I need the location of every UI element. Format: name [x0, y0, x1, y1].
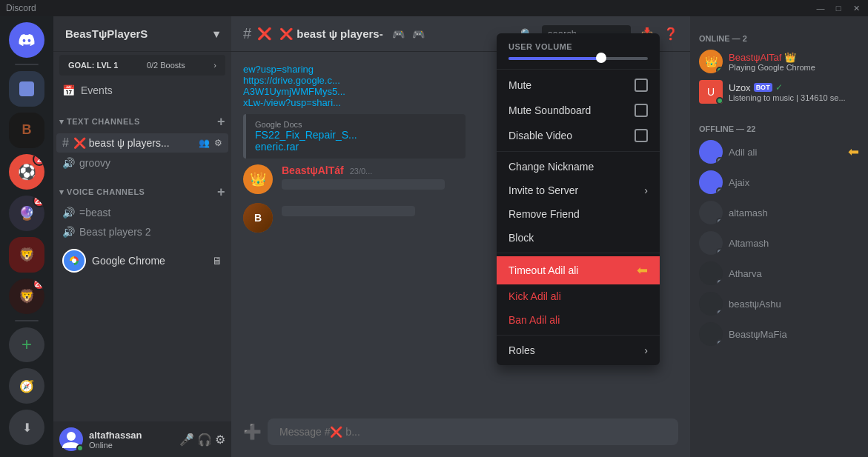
separator-3 [497, 253, 660, 253]
member-name-altamash2: Altamash [729, 238, 769, 249]
add-attachment-button[interactable]: ➕ [243, 423, 262, 441]
menu-item-change-nickname[interactable]: Change Nickname [497, 155, 660, 179]
member-status-uzox [716, 97, 723, 104]
user-area: altafhassan Online 🎤 🎧 ⚙ [53, 421, 231, 457]
menu-item-timeout[interactable]: Timeout Adil ali ⬅ [497, 256, 660, 284]
google-chrome-app-item[interactable]: Google Chrome 🖥 [56, 244, 228, 277]
channel-hash-icon: # [62, 136, 69, 150]
boost-bar[interactable]: GOAL: LVL 1 0/2 Boosts › [59, 55, 225, 76]
member-status-ajaix [716, 187, 723, 194]
member-item-altamash2[interactable]: Altamash [693, 228, 865, 258]
member-name-beastashu: beastψAshu [729, 298, 781, 310]
attachment-source: Google Docs [255, 120, 457, 129]
mute-label: Mute [508, 79, 531, 91]
menu-item-mute[interactable]: Mute [497, 73, 660, 98]
server-badge-2: 2 [33, 154, 44, 166]
message-author-name: BeastψAlTáf [282, 164, 344, 176]
attachment-link[interactable]: FS22_Fix_Repair_S...eneric.rar [255, 129, 457, 153]
settings-icon[interactable]: ⚙ [214, 138, 222, 148]
message-content: BeastψAlTáf 23/0... [282, 164, 445, 190]
help-icon[interactable]: ❓ [663, 27, 678, 41]
speaker-icon: 🔊 [62, 157, 75, 169]
member-item-beastashu[interactable]: beastψAshu [693, 289, 865, 318]
server-icon-beast2[interactable]: 🦁 [9, 237, 44, 273]
menu-item-ban[interactable]: Ban Adil ali [497, 308, 660, 332]
channel-item-beast-players[interactable]: # ❌ beast ψ players... 👥 ⚙ [56, 133, 228, 153]
message-input-area: ➕ [231, 418, 690, 457]
member-item-altamash[interactable]: altamash [693, 198, 865, 227]
menu-item-remove-friend[interactable]: Remove Friend [497, 202, 660, 226]
server-icon-1[interactable] [9, 71, 44, 107]
screen-share-icon[interactable]: 🖥 [212, 255, 222, 267]
member-status-atharva [716, 278, 723, 285]
member-status-beastmafia [716, 339, 723, 346]
add-voice-channel-button[interactable]: + [217, 184, 225, 200]
chevron-down-icon: ▾ [213, 27, 219, 41]
headset-icon[interactable]: 🎧 [197, 433, 212, 447]
discovery-icon[interactable]: 🧭 [9, 368, 44, 404]
server-icon-beast[interactable]: B [9, 113, 44, 148]
add-server-button[interactable]: + [9, 327, 44, 362]
mute-soundboard-checkbox[interactable] [635, 104, 648, 117]
block-label: Block [508, 232, 534, 244]
member-name-altamash: altamash [729, 207, 768, 219]
volume-slider[interactable] [508, 57, 648, 60]
member-item-atharva[interactable]: Atharva [693, 258, 865, 288]
server-divider-2 [15, 320, 39, 321]
member-avatar-beastashu [699, 292, 723, 316]
disable-video-checkbox[interactable] [635, 129, 648, 142]
svg-point-2 [72, 258, 76, 263]
menu-item-kick[interactable]: Kick Adil ali [497, 284, 660, 308]
settings-icon[interactable]: ⚙ [215, 433, 225, 447]
channel-item-beast-players-2[interactable]: 🔊 Beast players 2 [56, 223, 228, 241]
menu-item-invite-to-server[interactable]: Invite to Server › [497, 179, 660, 202]
voice-channels-label: ▾ VOICE CHANNELS [59, 187, 145, 197]
member-avatar-altamash [699, 201, 723, 224]
message-blurred-2 [282, 206, 415, 216]
separator-4 [497, 335, 660, 336]
attachment-card: Google Docs FS22_Fix_Repair_S...eneric.r… [243, 114, 466, 159]
message-author-avatar-2: B [243, 203, 273, 233]
mute-checkbox[interactable] [635, 79, 648, 92]
timeout-label: Timeout Adil ali [508, 264, 578, 276]
server-name-header[interactable]: BeasTψPlayerS ▾ [53, 16, 231, 52]
member-item-beastmafia[interactable]: BeastψMaFia [693, 319, 865, 349]
member-item-uzox[interactable]: U Uzox BOT ✓ Listening to music | 314610… [693, 77, 865, 107]
controller-icon: 🎮 [412, 28, 425, 40]
menu-item-block[interactable]: Block [497, 226, 660, 250]
member-icon: 👥 [199, 138, 210, 148]
member-avatar-ajaix [699, 170, 723, 194]
events-section[interactable]: 📅 Events [53, 79, 231, 102]
text-channels-category: ▾ TEXT CHANNELS + [53, 102, 231, 133]
minimize-button[interactable]: — [815, 2, 826, 14]
add-text-channel-button[interactable]: + [217, 114, 225, 130]
channel-sidebar: BeasTψPlayerS ▾ GOAL: LVL 1 0/2 Boosts ›… [53, 16, 231, 457]
server-icon-ball[interactable]: ⚽ 2 [9, 154, 44, 190]
volume-thumb[interactable] [596, 53, 606, 63]
member-avatar-adil [699, 140, 723, 164]
menu-item-mute-soundboard[interactable]: Mute Soundboard [497, 98, 660, 123]
mic-icon[interactable]: 🎤 [179, 433, 194, 447]
server-icon-lion[interactable]: 🦁 20 [9, 278, 44, 314]
discord-home-icon[interactable] [9, 22, 44, 58]
server-icon-purple[interactable]: 🔮 22 [9, 196, 44, 231]
download-icon[interactable]: ⬇ [9, 410, 44, 445]
close-button[interactable]: ✕ [850, 2, 862, 14]
maximize-button[interactable]: □ [832, 2, 844, 14]
channel-item-groovy[interactable]: 🔊 groovy [56, 154, 228, 172]
voice-channels-category: ▾ VOICE CHANNELS + [53, 173, 231, 203]
roles-label: Roles [508, 344, 535, 356]
chat-channel-name: ❌ beast ψ players- [279, 27, 383, 41]
volume-label: User Volume [508, 42, 648, 51]
menu-item-roles[interactable]: Roles › [497, 338, 660, 362]
member-item-adil[interactable]: Adil ali ⬅ [693, 137, 865, 167]
member-item-beast-altaf[interactable]: 👑 BeastψAlTaf 👑 Playing Google Chrome [693, 47, 865, 76]
member-item-ajaix[interactable]: Ajaix [693, 167, 865, 197]
message-author-avatar: 👑 [243, 164, 273, 194]
message-input[interactable] [268, 418, 678, 445]
member-avatar-beastmafia [699, 322, 723, 346]
channel-item-beast-voice[interactable]: 🔊 =beast [56, 204, 228, 221]
svg-rect-0 [19, 81, 34, 96]
menu-item-disable-video[interactable]: Disable Video [497, 123, 660, 148]
member-activity-uzox: Listening to music | 314610 se... [729, 93, 859, 102]
